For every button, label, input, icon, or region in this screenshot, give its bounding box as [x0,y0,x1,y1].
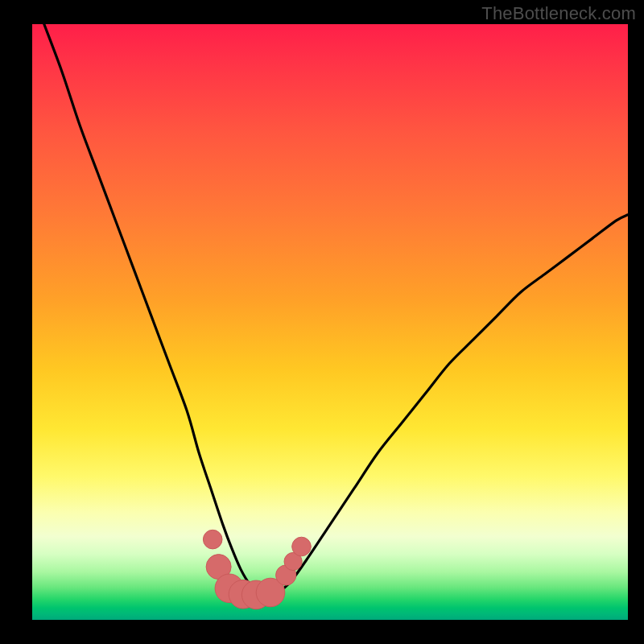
data-marker [292,537,312,556]
chart-frame: TheBottleneck.com [0,0,644,644]
watermark-text: TheBottleneck.com [481,3,636,24]
curve-svg [32,24,628,620]
plot-area [32,24,628,620]
data-marker [203,530,222,549]
bottleneck-curve [44,24,628,597]
data-markers [203,530,311,609]
